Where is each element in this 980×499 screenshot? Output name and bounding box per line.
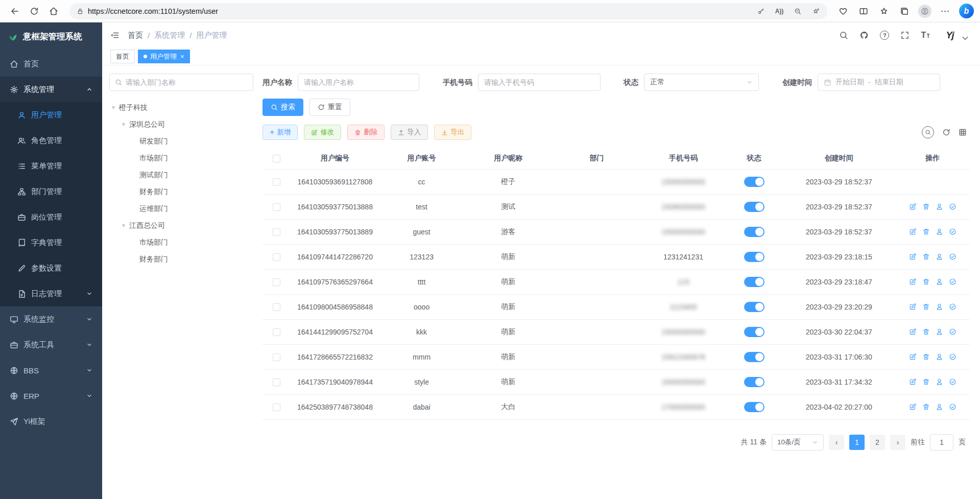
reset-password-icon[interactable] [936,253,943,260]
row-checkbox[interactable] [273,328,280,336]
reset-button[interactable]: 重置 [309,99,350,116]
reset-password-icon[interactable] [936,228,943,235]
assign-role-icon[interactable] [949,203,957,210]
delete-icon[interactable] [922,353,930,361]
sidebar-item-home[interactable]: 首页 [0,51,102,77]
reset-password-icon[interactable] [936,353,943,361]
breadcrumb-home[interactable]: 首页 [128,31,143,40]
edit-icon[interactable] [909,328,917,336]
favorites-icon[interactable] [875,3,893,20]
font-size-icon[interactable]: TT [921,31,930,40]
edit-icon[interactable] [909,278,917,286]
tree-node[interactable]: 研发部门 [109,133,253,150]
row-checkbox[interactable] [273,178,280,186]
export-button[interactable]: 导出 [434,125,471,140]
toggle-search-icon[interactable] [922,126,934,138]
status-toggle[interactable] [744,277,764,287]
caret-icon[interactable]: ▼ [119,122,128,127]
help-icon[interactable]: ? [880,31,889,40]
collections-icon[interactable] [896,3,913,20]
status-toggle[interactable] [744,327,764,337]
status-toggle[interactable] [744,252,764,262]
breadcrumb-system[interactable]: 系统管理 [154,31,185,40]
edit-icon[interactable] [909,353,917,361]
delete-icon[interactable] [922,403,930,411]
sidebar-item-menu-management[interactable]: 菜单管理 [0,153,102,179]
reset-password-icon[interactable] [936,203,943,210]
row-checkbox[interactable] [273,353,280,361]
edit-icon[interactable] [909,378,917,386]
row-checkbox[interactable] [273,228,280,236]
assign-role-icon[interactable] [949,403,957,411]
sidebar-item-dict-management[interactable]: 字典管理 [0,230,102,255]
delete-button[interactable]: 删除 [347,125,385,140]
next-page-button[interactable]: › [890,435,905,450]
edit-icon[interactable] [909,303,917,311]
row-checkbox[interactable] [273,203,280,211]
delete-icon[interactable] [922,378,930,386]
sidebar-item-bbs[interactable]: BBS [0,358,102,383]
page-button-1[interactable]: 1 [849,435,865,450]
status-toggle[interactable] [744,302,764,312]
user-avatar[interactable]: Yj [941,28,970,43]
edit-icon[interactable] [909,403,917,411]
prev-page-button[interactable]: ‹ [829,435,844,450]
delete-icon[interactable] [922,278,930,286]
sidebar-item-user-management[interactable]: 用户管理 [0,102,102,128]
assign-role-icon[interactable] [949,378,957,386]
search-button[interactable]: 搜索 [262,99,303,116]
sidebar-item-post-management[interactable]: 岗位管理 [0,204,102,230]
row-checkbox[interactable] [273,253,280,261]
github-icon[interactable] [859,31,869,40]
sidebar-item-system-management[interactable]: 系统管理 [0,77,102,102]
import-button[interactable]: 导入 [391,125,428,140]
reset-password-icon[interactable] [936,378,943,386]
row-checkbox[interactable] [273,303,280,311]
fullscreen-icon[interactable] [900,31,910,40]
collapse-sidebar-icon[interactable] [110,31,119,40]
tree-node[interactable]: ▼橙子科技 [109,99,253,116]
status-toggle[interactable] [744,202,764,212]
browser-more-icon[interactable]: ⋯ [937,3,954,20]
browser-refresh-button[interactable] [26,3,43,20]
browser-profile-avatar[interactable] [916,3,934,20]
phone-input[interactable] [484,78,594,86]
username-input[interactable] [304,78,413,86]
refresh-table-icon[interactable] [942,128,950,136]
delete-icon[interactable] [922,328,930,336]
status-toggle[interactable] [744,377,764,387]
date-range-picker[interactable]: 开始日期 - 结束日期 [818,74,940,91]
sidebar-item-role-management[interactable]: 角色管理 [0,128,102,153]
read-aloud-icon[interactable]: A)) [772,4,786,18]
tree-node[interactable]: 测试部门 [109,167,253,183]
reset-password-icon[interactable] [936,403,943,411]
caret-icon[interactable]: ▼ [109,105,117,110]
browser-home-button[interactable] [45,3,62,20]
row-checkbox[interactable] [273,378,280,386]
tree-node[interactable]: 市场部门 [109,150,253,167]
delete-icon[interactable] [922,253,930,260]
tree-node[interactable]: ▼江西总公司 [109,217,253,234]
sidebar-item-system-monitor[interactable]: 系统监控 [0,306,102,332]
zoom-icon[interactable] [791,4,805,18]
edit-icon[interactable] [909,253,917,260]
assign-role-icon[interactable] [949,278,957,286]
column-settings-icon[interactable] [959,128,967,136]
status-toggle[interactable] [744,227,764,237]
tree-node[interactable]: 财务部门 [109,251,253,268]
edit-icon[interactable] [909,228,917,235]
add-button[interactable]: +新增 [262,125,298,140]
sidebar-item-system-tools[interactable]: 系统工具 [0,332,102,358]
page-button-2[interactable]: 2 [870,435,885,450]
sidebar-item-param-settings[interactable]: 参数设置 [0,255,102,281]
assign-role-icon[interactable] [949,353,957,361]
tab-home[interactable]: 首页 [110,50,135,63]
delete-icon[interactable] [922,203,930,210]
tree-node[interactable]: 运维部门 [109,200,253,217]
assign-role-icon[interactable] [949,253,957,260]
sidebar-item-erp[interactable]: ERP [0,383,102,409]
reset-password-icon[interactable] [936,278,943,286]
tab-user-management[interactable]: 用户管理 × [138,50,190,63]
edit-icon[interactable] [909,203,917,210]
assign-role-icon[interactable] [949,303,957,311]
